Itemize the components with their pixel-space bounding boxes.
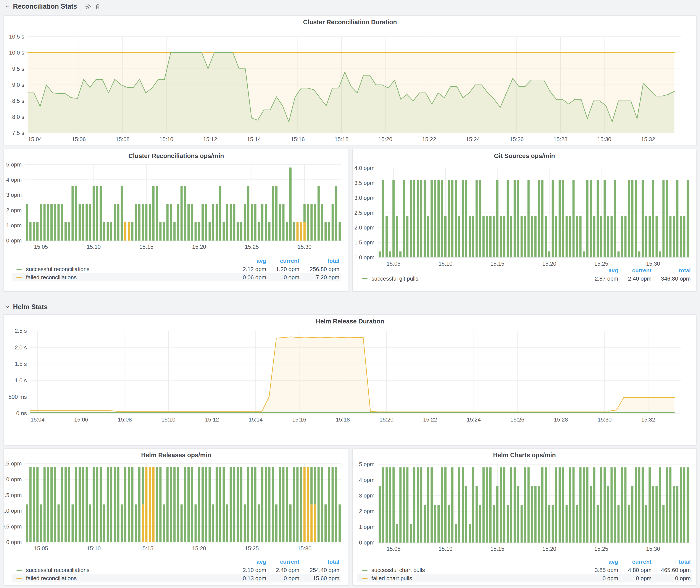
stat-total: 0 opm bbox=[626, 574, 691, 582]
svg-text:15:12: 15:12 bbox=[203, 136, 217, 142]
section-helm-stats[interactable]: Helm Stats bbox=[5, 301, 48, 313]
svg-text:15:26: 15:26 bbox=[510, 417, 524, 423]
series-color-dash bbox=[16, 269, 22, 270]
legend-header-row: avg current total bbox=[12, 558, 341, 566]
svg-text:9.0 s: 9.0 s bbox=[12, 82, 24, 88]
panel-cluster-reconciliations-ops: Cluster Reconciliations ops/min 5 opm4 o… bbox=[3, 149, 349, 292]
panel-cluster-reconciliation-duration: Cluster Reconciliation Duration 10.5 s10… bbox=[3, 15, 697, 146]
svg-text:10.0 s: 10.0 s bbox=[9, 50, 24, 56]
svg-text:15:20: 15:20 bbox=[192, 244, 206, 250]
legend: avg current total successful reconciliat… bbox=[4, 257, 348, 281]
section-title[interactable]: Reconciliation Stats bbox=[13, 3, 77, 10]
svg-text:15:05: 15:05 bbox=[387, 546, 401, 552]
legend-row-successful: successful git pulls 2.87 opm 2.40 opm 3… bbox=[357, 275, 692, 283]
svg-text:2.5 s: 2.5 s bbox=[15, 328, 27, 334]
legend-label[interactable]: successful chart pulls bbox=[371, 567, 425, 573]
stat-total: 7.20 opm bbox=[274, 273, 339, 281]
section-reconciliation-stats[interactable]: Reconciliation Stats bbox=[5, 1, 101, 12]
legend-label[interactable]: successful reconciliations bbox=[26, 266, 89, 272]
svg-text:15:15: 15:15 bbox=[490, 261, 504, 267]
chevron-down-icon[interactable] bbox=[5, 304, 10, 310]
svg-text:8.0 s: 8.0 s bbox=[12, 114, 24, 120]
svg-text:15:16: 15:16 bbox=[292, 417, 306, 423]
legend-header-total[interactable]: total bbox=[274, 558, 339, 566]
svg-text:3 opm: 3 opm bbox=[359, 493, 375, 499]
legend-row-failed: failed reconciliations 0.13 opm 0 opm 15… bbox=[12, 574, 341, 582]
series-color-dash bbox=[16, 570, 22, 571]
legend-row-successful: successful chart pulls 3.85 opm 4.80 opm… bbox=[357, 566, 692, 574]
svg-text:15:10: 15:10 bbox=[439, 261, 453, 267]
series-color-dash bbox=[362, 570, 368, 571]
svg-text:1.5 opm: 1.5 opm bbox=[4, 492, 22, 498]
legend-label[interactable]: failed reconciliations bbox=[26, 575, 77, 582]
stat-total: 254.40 opm bbox=[274, 566, 339, 574]
svg-text:15:04: 15:04 bbox=[31, 417, 45, 423]
svg-text:3 opm: 3 opm bbox=[6, 192, 22, 198]
svg-text:5 opm: 5 opm bbox=[359, 461, 375, 467]
svg-text:15:10: 15:10 bbox=[87, 545, 101, 551]
series-color-dash bbox=[16, 277, 22, 278]
svg-text:2 opm: 2 opm bbox=[359, 508, 375, 514]
gear-icon[interactable] bbox=[85, 3, 92, 10]
svg-text:1 opm: 1 opm bbox=[6, 222, 22, 228]
svg-text:15:20: 15:20 bbox=[192, 545, 206, 551]
svg-text:2.5 opm: 2.5 opm bbox=[354, 210, 374, 216]
svg-text:15:25: 15:25 bbox=[245, 545, 259, 551]
svg-text:0 opm: 0 opm bbox=[6, 539, 22, 545]
svg-text:2.0 s: 2.0 s bbox=[15, 344, 27, 351]
svg-text:1 opm: 1 opm bbox=[359, 524, 375, 530]
chevron-down-icon[interactable] bbox=[5, 4, 10, 9]
series-color-dash bbox=[362, 278, 368, 279]
legend-label[interactable]: successful git pulls bbox=[371, 275, 418, 282]
svg-text:3.5 opm: 3.5 opm bbox=[354, 180, 374, 186]
svg-text:15:15: 15:15 bbox=[139, 244, 153, 250]
svg-text:15:12: 15:12 bbox=[205, 417, 219, 423]
svg-text:500 ms: 500 ms bbox=[8, 394, 27, 400]
svg-text:0 ns: 0 ns bbox=[16, 410, 27, 416]
legend-row-failed: failed reconciliations 0.06 opm 0 opm 7.… bbox=[12, 273, 341, 281]
stat-total: 346.80 opm bbox=[626, 275, 691, 283]
svg-text:15:22: 15:22 bbox=[423, 417, 437, 423]
svg-text:15:30: 15:30 bbox=[646, 261, 660, 267]
svg-text:5 opm: 5 opm bbox=[6, 162, 22, 168]
legend-header-total[interactable]: total bbox=[274, 257, 339, 265]
svg-text:15:22: 15:22 bbox=[422, 136, 436, 142]
svg-text:15:30: 15:30 bbox=[298, 244, 312, 250]
svg-text:15:20: 15:20 bbox=[542, 546, 556, 552]
svg-text:15:06: 15:06 bbox=[74, 417, 88, 423]
svg-text:15:20: 15:20 bbox=[379, 417, 394, 423]
svg-text:15:20: 15:20 bbox=[542, 261, 556, 267]
svg-text:1.0 s: 1.0 s bbox=[15, 377, 27, 383]
cluster-reconciliation-duration-chart[interactable]: 10.5 s10.0 s9.5 s9.0 s8.5 s8.0 s7.5 s15:… bbox=[4, 16, 696, 145]
legend-header-total[interactable]: total bbox=[626, 558, 691, 566]
legend-header-total[interactable]: total bbox=[626, 266, 691, 275]
svg-text:15:06: 15:06 bbox=[72, 136, 86, 142]
svg-text:3.0 opm: 3.0 opm bbox=[354, 195, 374, 201]
legend-header-row: avg current total bbox=[357, 558, 692, 566]
svg-text:15:25: 15:25 bbox=[245, 244, 259, 250]
legend-label[interactable]: failed chart pulls bbox=[371, 575, 412, 582]
legend: avg current total successful chart pulls… bbox=[353, 558, 696, 582]
section-title[interactable]: Helm Stats bbox=[13, 303, 48, 311]
stat-total: 15.60 opm bbox=[274, 574, 339, 582]
svg-text:0.5 opm: 0.5 opm bbox=[4, 523, 22, 530]
legend-row-successful: successful reconciliations 2.12 opm 1.20… bbox=[12, 265, 341, 273]
trash-icon[interactable] bbox=[95, 3, 101, 10]
legend-label[interactable]: successful reconciliations bbox=[26, 567, 89, 573]
svg-text:0 opm: 0 opm bbox=[359, 540, 375, 546]
svg-text:7.5 s: 7.5 s bbox=[12, 130, 24, 136]
svg-text:15:05: 15:05 bbox=[34, 545, 48, 551]
svg-text:10.5 s: 10.5 s bbox=[9, 34, 24, 40]
helm-release-duration-chart[interactable]: 2.5 s2.0 s1.5 s1.0 s500 ms0 ns15:0415:06… bbox=[4, 315, 696, 445]
svg-text:15:05: 15:05 bbox=[387, 261, 401, 267]
svg-text:4 opm: 4 opm bbox=[359, 477, 375, 483]
legend: avg current total successful reconciliat… bbox=[4, 558, 348, 582]
legend-label[interactable]: failed reconciliations bbox=[26, 274, 77, 281]
svg-text:15:30: 15:30 bbox=[297, 545, 311, 551]
svg-text:1.5 opm: 1.5 opm bbox=[354, 239, 374, 246]
legend-header-row: avg current total bbox=[12, 257, 341, 265]
svg-text:1.5 s: 1.5 s bbox=[15, 361, 27, 367]
svg-text:9.5 s: 9.5 s bbox=[12, 66, 24, 72]
legend-row-failed: failed chart pulls 0 opm 0 opm 0 opm bbox=[357, 574, 692, 582]
svg-text:15:10: 15:10 bbox=[159, 136, 173, 142]
